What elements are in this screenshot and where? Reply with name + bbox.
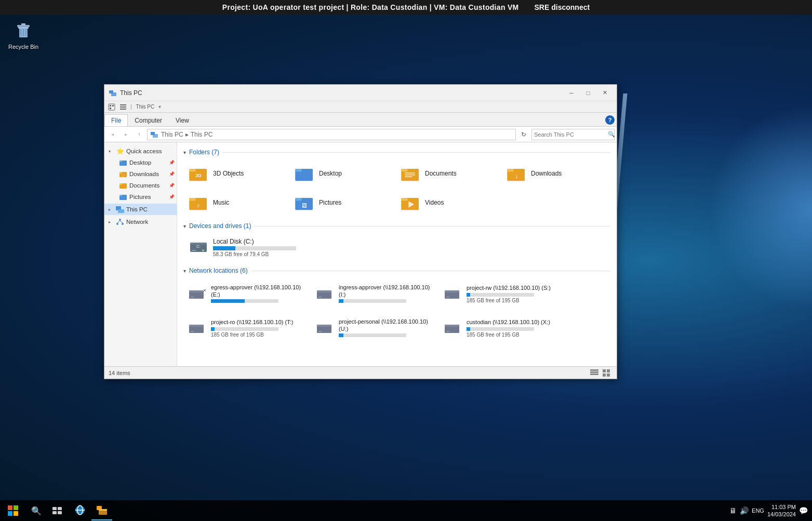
folder-documents-icon <box>400 164 421 183</box>
drives-section-title: Devices and drives (1) <box>189 222 251 230</box>
taskbar-explorer-button[interactable] <box>91 501 112 520</box>
folder-videos[interactable]: Videos <box>395 189 499 216</box>
svg-rect-94 <box>52 511 57 514</box>
folder-desktop[interactable]: Desktop <box>289 160 393 187</box>
svg-rect-101 <box>99 509 107 511</box>
sidebar-item-pictures[interactable]: Pictures 📌 <box>115 191 177 203</box>
large-icons-view-button[interactable] <box>601 368 613 378</box>
network-project-rw-info: project-rw (\\192.168.100.10) (S:) 185 G… <box>467 285 559 303</box>
svg-rect-84 <box>603 369 606 372</box>
folders-toggle[interactable]: ▾ <box>183 150 186 155</box>
drives-toggle[interactable]: ▾ <box>183 223 186 229</box>
this-pc-section: ▸ This PC <box>104 204 177 215</box>
toolbar-view-button[interactable] <box>118 102 128 112</box>
notifications-button[interactable]: 💬 <box>799 506 808 515</box>
folder-pictures[interactable]: 🖼 Pictures <box>289 189 393 216</box>
folder-downloads[interactable]: ↓ Downloads <box>501 160 605 187</box>
network-egress-approver[interactable]: egress-approver (\\192.168.100.10) (E:) <box>183 278 308 310</box>
speaker-tray-icon[interactable]: 🔊 <box>740 506 749 515</box>
svg-rect-11 <box>112 105 114 106</box>
downloads-pin-icon: 📌 <box>169 171 175 177</box>
svg-rect-89 <box>14 505 18 510</box>
close-button[interactable]: ✕ <box>597 88 613 98</box>
desktop-folder-icon <box>119 158 127 167</box>
back-button[interactable]: ◂ <box>107 129 118 140</box>
help-button[interactable]: ? <box>605 115 615 125</box>
window-title-label: This PC <box>136 104 155 110</box>
svg-rect-38 <box>295 169 301 171</box>
start-button[interactable] <box>0 500 26 521</box>
network-toggle[interactable]: ▾ <box>183 268 186 274</box>
forward-button[interactable]: ▸ <box>120 129 131 140</box>
up-button[interactable]: ↑ <box>134 129 145 140</box>
recycle-bin-label: Recycle Bin <box>8 44 38 50</box>
ribbon-tabs: File Computer View ? <box>104 113 617 126</box>
language-indicator[interactable]: ENG <box>752 507 764 514</box>
network-divider <box>251 271 610 271</box>
svg-rect-81 <box>590 369 598 371</box>
tab-file[interactable]: File <box>104 114 128 126</box>
address-bar: ◂ ▸ ↑ This PC ▸ This PC ↻ 🔍 <box>104 127 617 142</box>
svg-text:C:: C: <box>196 244 201 249</box>
folder-videos-label: Videos <box>425 199 444 206</box>
drive-c-free: 58.3 GB free of 79.4 GB <box>213 251 345 257</box>
network-project-personal[interactable]: project-personal (\\192.168.100.10) (U:) <box>311 313 436 344</box>
svg-rect-88 <box>8 505 12 510</box>
tab-view[interactable]: View <box>169 114 196 126</box>
svg-rect-42 <box>405 175 415 176</box>
drive-c[interactable]: C: Local Disk (C:) 58.3 GB free of 79.4 … <box>183 234 350 261</box>
svg-rect-43 <box>405 176 412 177</box>
taskbar-time: 11:03 PM <box>767 503 796 511</box>
search-input[interactable] <box>534 131 606 138</box>
sre-disconnect-button[interactable]: SRE disconnect <box>535 3 590 11</box>
svg-rect-90 <box>8 511 12 516</box>
quick-access-header[interactable]: ▾ ⭐ Quick access <box>104 145 177 157</box>
folder-3d-objects[interactable]: 3D 3D Objects <box>183 160 287 187</box>
network-ingress-approver[interactable]: ingress-approver (\\192.168.100.10) (I:) <box>311 278 436 310</box>
svg-rect-40 <box>401 169 407 171</box>
taskbar-apps <box>68 501 725 520</box>
network-icon <box>116 218 124 226</box>
quick-access-toolbar: | This PC ▾ <box>104 101 617 113</box>
maximize-button[interactable]: □ <box>580 88 596 98</box>
details-view-button[interactable] <box>589 368 600 378</box>
sidebar-item-desktop[interactable]: Desktop 📌 <box>115 157 177 168</box>
drive-c-label: Local Disk (C:) <box>213 238 345 245</box>
folder-music[interactable]: ♪ Music <box>183 189 287 216</box>
top-banner: Project: UoA operator test project | Rol… <box>0 0 812 15</box>
svg-rect-74 <box>191 331 194 332</box>
sidebar-item-this-pc[interactable]: ▸ This PC <box>104 204 177 215</box>
svg-rect-51 <box>295 198 301 201</box>
network-project-ro-label: project-ro (\\192.168.100.10) (T:) <box>211 319 303 326</box>
network-custodian[interactable]: custodian (\\192.168.100.10) (X:) 185 GB… <box>439 313 564 344</box>
taskbar-clock[interactable]: 11:03 PM 14/03/2024 <box>767 503 796 518</box>
toolbar-properties-button[interactable] <box>107 102 117 112</box>
tab-computer[interactable]: Computer <box>128 114 169 126</box>
sidebar-item-downloads[interactable]: ↓ Downloads 📌 <box>115 168 177 180</box>
folder-music-icon: ♪ <box>188 193 209 212</box>
sidebar-item-network[interactable]: ▸ Network <box>104 216 177 228</box>
minimize-button[interactable]: ─ <box>564 88 579 98</box>
taskbar-search-button[interactable]: 🔍 <box>26 500 47 521</box>
search-icon: 🔍 <box>608 131 615 138</box>
folders-section-title: Folders (7) <box>189 149 219 156</box>
refresh-button[interactable]: ↻ <box>518 129 529 140</box>
documents-folder-icon <box>119 181 127 190</box>
network-tray-icon[interactable]: 🖥 <box>729 506 737 515</box>
folder-documents[interactable]: Documents <box>395 160 499 187</box>
svg-rect-67 <box>317 290 331 292</box>
svg-rect-15 <box>120 109 126 110</box>
network-project-rw[interactable]: project-rw (\\192.168.100.10) (S:) 185 G… <box>439 278 564 310</box>
task-view-button[interactable] <box>47 500 68 521</box>
network-egress-bar-container <box>211 299 278 303</box>
recycle-bin-icon[interactable]: Recycle Bin <box>5 21 42 50</box>
drive-c-info: Local Disk (C:) 58.3 GB free of 79.4 GB <box>213 238 345 257</box>
taskbar-ie-button[interactable] <box>70 501 90 520</box>
downloads-folder-icon: ↓ <box>119 170 127 178</box>
window-title: This PC <box>120 89 564 97</box>
network-egress-info: egress-approver (\\192.168.100.10) (E:) <box>211 284 303 303</box>
network-project-ro[interactable]: project-ro (\\192.168.100.10) (T:) 185 G… <box>183 313 308 344</box>
svg-rect-86 <box>603 373 606 377</box>
address-path[interactable]: This PC ▸ This PC <box>147 129 516 140</box>
sidebar-item-documents[interactable]: Documents 📌 <box>115 180 177 191</box>
